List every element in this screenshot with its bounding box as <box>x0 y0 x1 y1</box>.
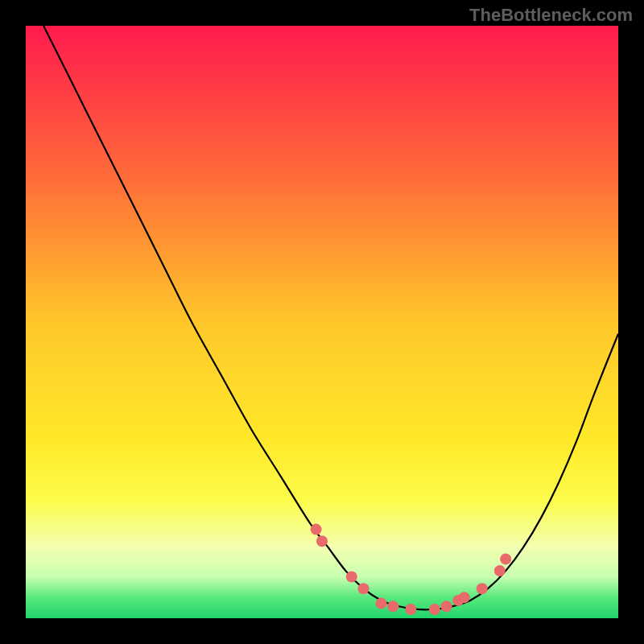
chart-container <box>26 26 618 618</box>
bottleneck-chart-canvas <box>26 26 618 618</box>
watermark-text: TheBottleneck.com <box>469 5 633 26</box>
